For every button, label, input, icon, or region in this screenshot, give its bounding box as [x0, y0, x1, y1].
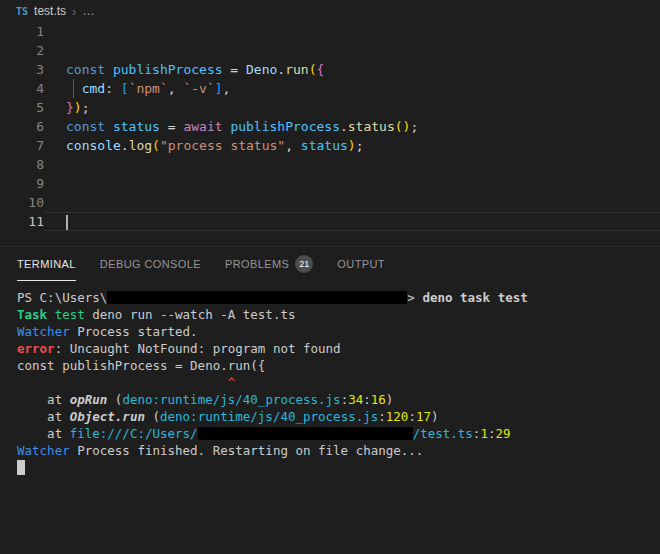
- line-number[interactable]: 8: [0, 155, 44, 174]
- terminal-text: at: [17, 392, 70, 407]
- terminal-text: Object.run: [70, 409, 145, 424]
- terminal-text: >: [407, 290, 422, 305]
- line-number[interactable]: 4: [0, 79, 44, 98]
- editor-line[interactable]: 5});: [0, 98, 660, 117]
- editor-line[interactable]: 6const status = await publishProcess.sta…: [0, 117, 660, 136]
- code-token: console: [66, 138, 121, 153]
- terminal-line: Watcher Process started.: [17, 323, 660, 340]
- redaction-bar: [198, 427, 413, 440]
- code-token: cmd: [82, 81, 105, 96]
- terminal-line: [17, 459, 660, 476]
- terminal-text: :: [408, 409, 416, 424]
- editor-line[interactable]: 8: [0, 155, 660, 174]
- code-token: status: [113, 119, 160, 134]
- tab-debug-console[interactable]: DEBUG CONSOLE: [100, 247, 201, 281]
- code-token: ,: [168, 81, 184, 96]
- editor-line[interactable]: 2: [0, 41, 660, 60]
- terminal-text: :: [363, 392, 371, 407]
- editor-line[interactable]: 7console.log("process status", status);: [0, 136, 660, 155]
- terminal-text: deno run --watch -A test.ts: [85, 307, 296, 322]
- terminal-text: (: [145, 409, 160, 424]
- code-token: ;: [356, 138, 364, 153]
- terminal-text: Watcher: [17, 324, 70, 339]
- tab-label: DEBUG CONSOLE: [100, 258, 201, 270]
- terminal-text: Task: [17, 307, 47, 322]
- terminal-text: :: [488, 426, 496, 441]
- editor-line[interactable]: 11: [0, 212, 660, 231]
- line-number[interactable]: 2: [0, 41, 44, 60]
- terminal-link[interactable]: deno:runtime/js/40_process.js: [122, 392, 340, 407]
- code-token: [: [121, 81, 129, 96]
- editor-line[interactable]: 10: [0, 193, 660, 212]
- code-line[interactable]: [44, 212, 660, 231]
- tab-terminal[interactable]: TERMINAL: [17, 247, 76, 281]
- line-number[interactable]: 7: [0, 136, 44, 155]
- terminal-text: 29: [495, 426, 510, 441]
- line-number[interactable]: 3: [0, 60, 44, 79]
- breadcrumb-symbol-path[interactable]: …: [82, 4, 94, 18]
- terminal-text: :: [341, 392, 349, 407]
- code-token: =: [223, 62, 246, 77]
- terminal-text: [47, 307, 55, 322]
- editor-line[interactable]: 4 cmd: [`npm`, `-v`],: [0, 79, 660, 98]
- line-number[interactable]: 1: [0, 22, 44, 41]
- tab-label: OUTPUT: [337, 258, 385, 270]
- terminal-text: ): [386, 392, 394, 407]
- terminal-text: PS C:\Users\: [17, 290, 107, 305]
- terminal-link[interactable]: file:///C:/Users/: [70, 426, 198, 441]
- terminal-text: (: [107, 392, 122, 407]
- panel-tab-bar: TERMINAL DEBUG CONSOLE PROBLEMS 21 OUTPU…: [0, 247, 660, 281]
- tab-output[interactable]: OUTPUT: [337, 247, 385, 281]
- code-line[interactable]: console.log("process status", status);: [44, 136, 660, 155]
- terminal-link[interactable]: deno:runtime/js/40_process.js: [160, 409, 378, 424]
- typescript-file-icon: TS: [16, 6, 28, 17]
- terminal-line: PS C:\Users\> deno task test: [17, 289, 660, 306]
- code-token: .: [277, 62, 285, 77]
- code-token: ,: [285, 138, 301, 153]
- terminal-line: Task test deno run --watch -A test.ts: [17, 306, 660, 323]
- code-token: ): [348, 138, 356, 153]
- code-line[interactable]: const publishProcess = Deno.run({: [44, 60, 660, 79]
- line-number[interactable]: 10: [0, 193, 44, 212]
- breadcrumb-file-name[interactable]: test.ts: [34, 4, 66, 18]
- terminal-content[interactable]: PS C:\Users\> deno task testTask test de…: [0, 281, 660, 476]
- editor-lines[interactable]: 123const publishProcess = Deno.run({4 cm…: [0, 22, 660, 246]
- code-line[interactable]: [44, 193, 660, 212]
- code-line[interactable]: });: [44, 98, 660, 117]
- code-line[interactable]: [44, 22, 660, 41]
- editor-line[interactable]: 1: [0, 22, 660, 41]
- code-line[interactable]: [44, 155, 660, 174]
- tab-label: TERMINAL: [17, 258, 76, 270]
- code-line[interactable]: const status = await publishProcess.stat…: [44, 117, 660, 136]
- terminal-line: error: Uncaught NotFound: program not fo…: [17, 340, 660, 357]
- code-token: publishProcess: [113, 62, 223, 77]
- code-token: ;: [82, 100, 90, 115]
- terminal-text: ): [431, 409, 439, 424]
- line-number[interactable]: 5: [0, 98, 44, 117]
- code-token: const: [66, 62, 105, 77]
- chevron-right-icon: ›: [72, 4, 76, 19]
- code-token: [105, 119, 113, 134]
- code-token: `-v`: [183, 81, 214, 96]
- code-token: status: [348, 119, 395, 134]
- code-token: .: [340, 119, 348, 134]
- line-number[interactable]: 6: [0, 117, 44, 136]
- terminal-text: Process started.: [70, 324, 198, 339]
- line-number[interactable]: 9: [0, 174, 44, 193]
- editor-line[interactable]: 9: [0, 174, 660, 193]
- code-line[interactable]: [44, 174, 660, 193]
- terminal-link[interactable]: /test.ts: [413, 426, 473, 441]
- code-line[interactable]: [44, 41, 660, 60]
- terminal-text: opRun: [70, 392, 108, 407]
- code-token: }: [66, 100, 74, 115]
- code-token: await: [183, 119, 222, 134]
- editor-line[interactable]: 3const publishProcess = Deno.run({: [0, 60, 660, 79]
- terminal-text: test: [55, 307, 85, 322]
- line-number[interactable]: 11: [0, 212, 44, 231]
- terminal-text: Watcher: [17, 443, 70, 458]
- code-token: `npm`: [129, 81, 168, 96]
- tab-problems[interactable]: PROBLEMS 21: [225, 247, 313, 281]
- terminal-text: deno task test: [422, 290, 527, 305]
- terminal-line: const publishProcess = Deno.run({: [17, 357, 660, 374]
- code-line[interactable]: cmd: [`npm`, `-v`],: [44, 79, 660, 98]
